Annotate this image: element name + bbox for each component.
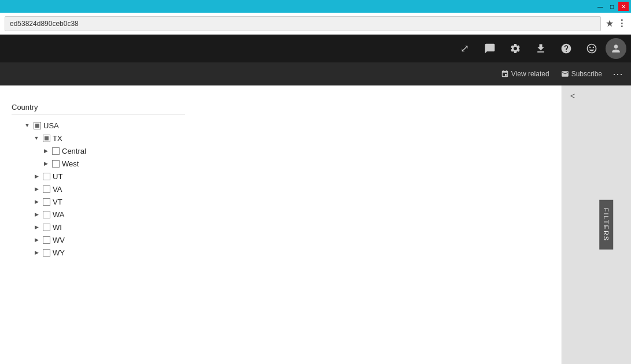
checkbox-central[interactable]	[52, 147, 60, 155]
checkbox-wa[interactable]	[43, 211, 50, 218]
view-related-icon	[501, 70, 509, 78]
bookmark-icon[interactable]: ★	[606, 18, 614, 29]
expand-central-icon[interactable]	[42, 147, 50, 155]
checkbox-wi[interactable]	[43, 224, 50, 231]
close-button[interactable]: ✕	[618, 2, 629, 11]
user-avatar[interactable]	[606, 38, 626, 59]
right-panel: < FILTERS	[562, 86, 631, 364]
maximize-button[interactable]: □	[607, 2, 617, 11]
expand-va-icon[interactable]	[32, 185, 40, 193]
more-options-icon[interactable]: ⋯	[609, 65, 626, 83]
expand-tx-icon[interactable]	[32, 134, 40, 142]
checkbox-tx[interactable]	[43, 135, 50, 142]
checkbox-west[interactable]	[52, 160, 60, 168]
address-input[interactable]	[5, 16, 601, 31]
app-toolbar: ⤢	[0, 35, 631, 62]
tree-node-vt[interactable]: VT	[12, 195, 550, 208]
subscribe-label: Subscribe	[571, 70, 602, 78]
title-bar-controls: — □ ✕	[595, 2, 629, 11]
tree-node-west[interactable]: West	[12, 157, 550, 170]
tree-text-usa: USA	[43, 121, 59, 130]
checkbox-vt[interactable]	[43, 198, 50, 206]
tree-text-vt: VT	[53, 198, 62, 206]
expand-vt-icon[interactable]	[32, 198, 40, 206]
main-area: Country USA TX Central	[0, 86, 631, 364]
title-bar: — □ ✕	[0, 0, 631, 13]
expand-wv-icon[interactable]	[32, 236, 40, 244]
tree-text-wa: WA	[53, 210, 64, 219]
content-panel: Country USA TX Central	[0, 86, 562, 364]
checkbox-va[interactable]	[43, 185, 50, 193]
tree-label: Country	[12, 103, 185, 114]
subscribe-button[interactable]: Subscribe	[556, 68, 607, 80]
help-icon[interactable]	[555, 37, 578, 60]
expand-wa-icon[interactable]	[32, 210, 40, 218]
tree-text-wi: WI	[53, 223, 62, 232]
action-bar: View related Subscribe ⋯	[0, 62, 631, 86]
tree-text-wv: WV	[53, 236, 65, 244]
tree-node-wa[interactable]: WA	[12, 208, 550, 221]
filters-tab[interactable]: FILTERS	[599, 200, 613, 250]
tree-text-central: Central	[62, 147, 86, 155]
download-icon[interactable]	[529, 37, 552, 60]
checkbox-wy[interactable]	[43, 249, 50, 257]
checkbox-ut[interactable]	[43, 173, 50, 180]
tree-text-tx: TX	[53, 134, 62, 143]
tree-node-ut[interactable]: UT	[12, 170, 550, 183]
browser-menu-icon[interactable]: ⋮	[617, 18, 626, 29]
tree-node-wv[interactable]: WV	[12, 233, 550, 246]
expand-usa-icon[interactable]	[23, 121, 31, 129]
tree-text-ut: UT	[53, 172, 62, 181]
address-bar: ★ ⋮	[0, 13, 631, 35]
emoji-icon[interactable]	[580, 37, 603, 60]
tree-node-central[interactable]: Central	[12, 144, 550, 157]
tree-section: Country USA TX Central	[12, 103, 550, 259]
expand-icon[interactable]: ⤢	[453, 37, 476, 60]
view-related-label: View related	[511, 70, 549, 78]
expand-west-icon[interactable]	[42, 159, 50, 168]
expand-wy-icon[interactable]	[32, 248, 40, 257]
tree-node-wi[interactable]: WI	[12, 221, 550, 233]
subscribe-icon	[561, 70, 569, 78]
checkbox-usa[interactable]	[34, 122, 41, 129]
tree-node-va[interactable]: VA	[12, 183, 550, 195]
checkbox-wv[interactable]	[43, 236, 50, 244]
view-related-button[interactable]: View related	[496, 68, 554, 80]
expand-wi-icon[interactable]	[32, 223, 40, 231]
tree-text-west: West	[62, 159, 79, 168]
settings-icon[interactable]	[504, 37, 527, 60]
collapse-panel-button[interactable]: <	[567, 90, 578, 102]
tree-node-wy[interactable]: WY	[12, 246, 550, 259]
minimize-button[interactable]: —	[595, 2, 606, 11]
expand-ut-icon[interactable]	[32, 172, 40, 180]
tree-text-va: VA	[53, 185, 62, 194]
tree-node-usa[interactable]: USA	[12, 119, 550, 132]
tree-text-wy: WY	[53, 248, 65, 257]
chat-icon[interactable]	[478, 37, 501, 60]
tree-node-tx[interactable]: TX	[12, 132, 550, 144]
